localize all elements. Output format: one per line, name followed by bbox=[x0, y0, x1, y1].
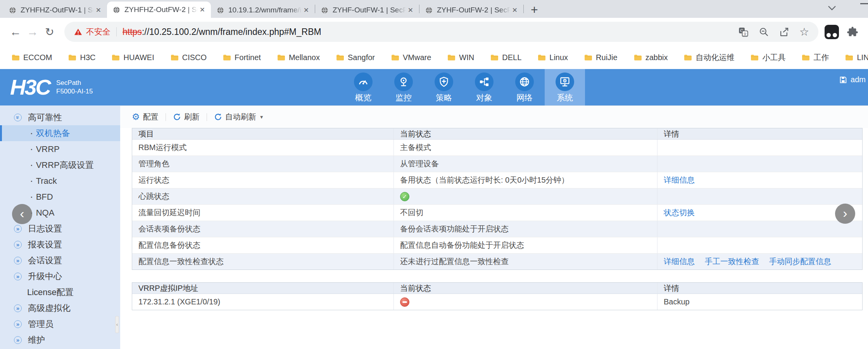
bookmark-item[interactable]: H3C bbox=[68, 53, 95, 62]
forward-button[interactable]: → bbox=[24, 25, 41, 38]
bookmark-item[interactable]: LINUX bbox=[845, 53, 868, 62]
expand-chevron-icon[interactable]: » bbox=[14, 273, 22, 280]
reload-button[interactable]: ↻ bbox=[41, 26, 58, 38]
folder-icon bbox=[447, 54, 456, 61]
nav-item-policy[interactable]: 策略 bbox=[424, 69, 464, 105]
sidebar-item-vrrp-advanced[interactable]: ·VRRP高级设置 bbox=[0, 157, 120, 173]
collapse-left-button[interactable]: ‹ bbox=[12, 204, 32, 224]
bookmark-item[interactable]: Linux bbox=[538, 53, 568, 62]
folder-icon bbox=[490, 54, 499, 61]
detail-link[interactable]: 详细信息 bbox=[664, 172, 695, 188]
sidebar-item-administrator[interactable]: »管理员 bbox=[0, 316, 120, 332]
browser-tab[interactable]: ZYHFHZ-OutFW-1 | SecPath F✕ bbox=[3, 2, 107, 18]
browser-tab[interactable]: ZYHF-OutFW-2 | SecPath F50✕ bbox=[419, 2, 523, 18]
detail-link[interactable]: 手工一致性检查 bbox=[705, 254, 759, 270]
translate-icon[interactable]: G文 bbox=[738, 27, 749, 37]
zoom-out-icon[interactable] bbox=[759, 27, 769, 37]
table-header-row: 项目当前状态详情 bbox=[132, 128, 862, 140]
bookmark-star-icon[interactable]: ☆ bbox=[799, 26, 809, 38]
expand-chevron-icon[interactable]: » bbox=[14, 225, 22, 233]
detail-link[interactable]: 手动同步配置信息 bbox=[769, 254, 831, 270]
expand-chevron-icon[interactable]: » bbox=[14, 241, 22, 249]
tab-close-icon[interactable]: ✕ bbox=[510, 5, 519, 15]
sidebar: »高可靠性·双机热备·VRRP·VRRP高级设置·Track·BFD·NQA»日… bbox=[0, 105, 120, 349]
tab-close-icon[interactable]: ✕ bbox=[198, 5, 207, 15]
tab-close-icon[interactable]: ✕ bbox=[94, 5, 103, 15]
bookmark-item[interactable]: 小工具 bbox=[751, 52, 785, 63]
bookmark-item[interactable]: WIN bbox=[447, 53, 474, 62]
nav-item-network[interactable]: 网络 bbox=[504, 69, 545, 105]
extension-icon[interactable] bbox=[825, 25, 839, 39]
collapse-chevron-icon[interactable]: » bbox=[14, 114, 22, 121]
expand-chevron-icon[interactable]: » bbox=[14, 320, 22, 328]
bookmark-item[interactable]: 工作 bbox=[802, 52, 829, 63]
refresh-button[interactable]: 刷新 bbox=[173, 112, 200, 122]
bookmark-item[interactable]: Fortinet bbox=[223, 53, 261, 62]
sidebar-item-advanced-virtualization[interactable]: »高级虚拟化 bbox=[0, 300, 120, 316]
column-header: 详情 bbox=[657, 283, 862, 294]
bookmark-item[interactable]: ECCOM bbox=[12, 53, 52, 62]
vrrp-table: VRRP虚拟IP地址当前状态详情172.31.2.1 (XGE1/0/19)Ba… bbox=[132, 282, 863, 310]
browser-tab[interactable]: 10.19.1.2/wnm/frame/index.p✕ bbox=[211, 2, 315, 18]
cell-item: 配置信息备份状态 bbox=[132, 237, 394, 253]
nav-item-label: 网络 bbox=[516, 92, 533, 103]
window-minimize-button[interactable] bbox=[860, 3, 868, 4]
bookmark-item[interactable]: CISCO bbox=[171, 53, 207, 62]
cell-detail bbox=[657, 221, 862, 237]
sidebar-item-hot-standby[interactable]: ·双机热备 bbox=[0, 125, 120, 141]
sidebar-item-bfd[interactable]: ·BFD bbox=[0, 189, 120, 205]
detail-link[interactable]: 状态切换 bbox=[664, 205, 695, 221]
tab-title: ZYHFHZ-OutFW-2 | SecPath F bbox=[124, 5, 198, 14]
tab-close-icon[interactable]: ✕ bbox=[406, 5, 415, 15]
nav-item-overview[interactable]: 概览 bbox=[343, 69, 383, 105]
bullet-dot: · bbox=[30, 191, 33, 203]
sidebar-item-vrrp[interactable]: ·VRRP bbox=[0, 141, 120, 157]
back-button[interactable]: ← bbox=[7, 25, 24, 38]
bookmark-item[interactable]: VMware bbox=[391, 53, 431, 62]
detail-link[interactable]: 详细信息 bbox=[664, 254, 695, 270]
tab-close-icon[interactable]: ✕ bbox=[302, 5, 311, 15]
extensions-puzzle-icon[interactable] bbox=[847, 26, 858, 38]
nav-item-system[interactable]: 系统 bbox=[545, 69, 585, 105]
share-icon[interactable] bbox=[779, 27, 789, 37]
nav-item-label: 概览 bbox=[355, 92, 371, 103]
auto-refresh-dropdown[interactable]: 自动刷新 ▼ bbox=[214, 112, 264, 122]
bookmark-item[interactable]: HUAWEI bbox=[112, 53, 154, 62]
tab-search-chevron-icon[interactable] bbox=[828, 5, 836, 11]
bookmark-item[interactable]: RuiJie bbox=[584, 53, 618, 62]
bookmark-item[interactable]: Sangfor bbox=[336, 53, 375, 62]
security-warning-icon[interactable] bbox=[74, 28, 83, 36]
browser-tab[interactable]: ZYHFHZ-OutFW-2 | SecPath F✕ bbox=[107, 2, 211, 18]
cell-item: 172.31.2.1 (XGE1/0/19) bbox=[132, 294, 394, 310]
sidebar-item-maintenance[interactable]: »维护 bbox=[0, 332, 120, 348]
sidebar-item-session-settings[interactable]: »会话设置 bbox=[0, 252, 120, 268]
sidebar-item-report-settings[interactable]: »报表设置 bbox=[0, 237, 120, 252]
bookmark-item[interactable]: DELL bbox=[490, 53, 521, 62]
sidebar-item-track[interactable]: ·Track bbox=[0, 173, 120, 189]
sidebar-item-high-availability[interactable]: »高可靠性 bbox=[0, 109, 120, 125]
user-area[interactable]: adm bbox=[839, 75, 866, 84]
sidebar-resize-handle[interactable]: ‹ bbox=[115, 316, 119, 333]
table-row: 配置信息一致性检查状态还未进行过配置信息一致性检查详细信息手工一致性检查手动同步… bbox=[132, 254, 862, 270]
sidebar-item-label: 高可靠性 bbox=[28, 112, 62, 123]
expand-right-button[interactable]: › bbox=[835, 204, 855, 224]
sidebar-item-upgrade-center[interactable]: »升级中心 bbox=[0, 268, 120, 284]
expand-chevron-icon[interactable]: » bbox=[14, 304, 22, 312]
bookmark-item[interactable]: Mellanox bbox=[277, 53, 320, 62]
bookmark-item[interactable]: zabbix bbox=[634, 53, 668, 62]
bookmark-item[interactable]: 自动化运维 bbox=[684, 52, 734, 63]
tab-strip: ZYHFHZ-OutFW-1 | SecPath F✕ZYHFHZ-OutFW-… bbox=[0, 0, 868, 18]
expand-chevron-icon[interactable]: » bbox=[14, 257, 22, 264]
config-button[interactable]: ⚙ 配置 bbox=[132, 112, 159, 122]
browser-tab[interactable]: ZYHF-OutFW-1 | SecPath F50✕ bbox=[315, 2, 419, 18]
address-bar[interactable]: 不安全 https ://10.25.100.2/wnm/frame/index… bbox=[64, 22, 818, 42]
new-tab-button[interactable]: + bbox=[531, 3, 538, 16]
folder-icon bbox=[171, 54, 179, 61]
expand-chevron-icon[interactable]: » bbox=[14, 336, 22, 344]
sidebar-item-license-config[interactable]: License配置 bbox=[0, 284, 120, 300]
nav-item-monitoring[interactable]: 监控 bbox=[383, 69, 424, 105]
url-protocol: https bbox=[123, 27, 142, 37]
save-config-icon[interactable] bbox=[839, 76, 847, 84]
nav-item-objects[interactable]: 对象 bbox=[464, 69, 504, 105]
cell-status: 还未进行过配置信息一致性检查 bbox=[394, 254, 657, 270]
